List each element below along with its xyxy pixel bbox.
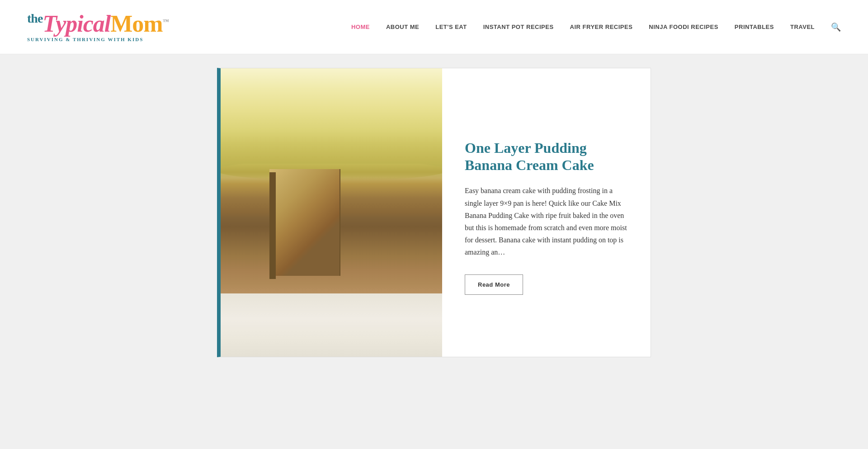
nav-instant-pot[interactable]: INSTANT POT RECIPES	[483, 24, 554, 30]
logo-tm: ™	[163, 18, 169, 24]
nav-travel[interactable]: TRAVEL	[790, 24, 815, 30]
site-header: theTypicalMom™ Surviving & Thriving with…	[0, 0, 868, 54]
nav-home[interactable]: HOME	[351, 24, 370, 30]
read-more-button[interactable]: Read More	[465, 274, 523, 295]
nav-lets-eat[interactable]: LET'S EAT	[435, 24, 467, 30]
search-icon[interactable]: 🔍	[831, 22, 841, 32]
logo-typical: Typical	[42, 11, 110, 37]
site-logo[interactable]: theTypicalMom™ Surviving & Thriving with…	[27, 12, 169, 42]
logo-tagline: Surviving & Thriving with Kids	[27, 37, 143, 42]
main-nav: HOME ABOUT ME LET'S EAT INSTANT POT RECI…	[351, 22, 841, 32]
article-title: One Layer Pudding Banana Cream Cake	[465, 139, 628, 174]
cake-visual	[221, 68, 442, 357]
logo-the: the	[27, 11, 42, 25]
article-image	[221, 68, 442, 357]
nav-about[interactable]: ABOUT ME	[386, 24, 419, 30]
main-content: One Layer Pudding Banana Cream Cake Easy…	[0, 54, 868, 449]
logo-mom: Mom	[110, 11, 162, 37]
article-excerpt: Easy banana cream cake with pudding fros…	[465, 184, 628, 258]
article-content: One Layer Pudding Banana Cream Cake Easy…	[442, 68, 651, 357]
nav-printables[interactable]: PRINTABLES	[735, 24, 774, 30]
article-card: One Layer Pudding Banana Cream Cake Easy…	[217, 68, 651, 357]
nav-ninja-foodi[interactable]: NINJA FOODI RECIPES	[649, 24, 718, 30]
nav-air-fryer[interactable]: AIR FRYER RECIPES	[570, 24, 633, 30]
